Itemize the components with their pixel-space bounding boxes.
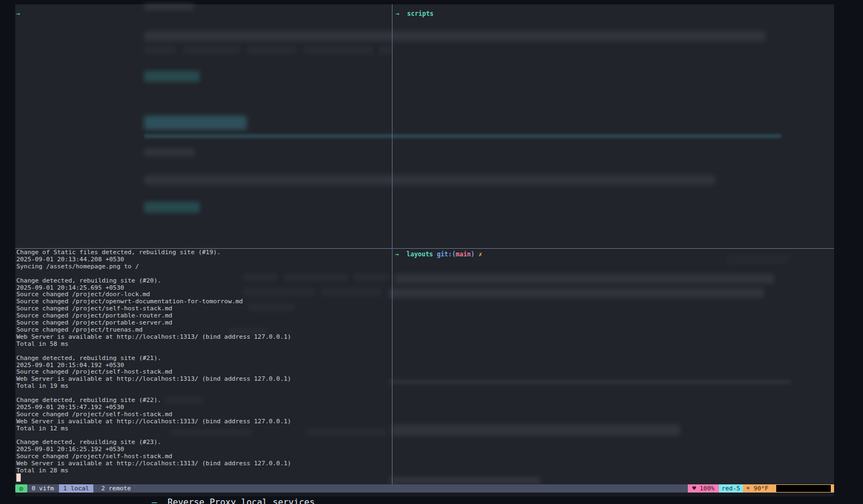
window-tab-local[interactable]: 1 local	[59, 484, 94, 493]
terminal-bottom-edge	[15, 493, 834, 496]
weather-badge: ☀ 90°F	[743, 484, 834, 493]
shell-prompt: → layouts git:(main) ✗	[395, 250, 482, 258]
prompt-arrow-icon: →	[396, 10, 400, 17]
pane-layouts-shell[interactable]: → layouts git:(main) ✗	[392, 249, 834, 484]
shell-prompt: →	[16, 10, 20, 17]
tmux-status-bar: ◎ 0 vifm 1 local 2 remote ♥ 100% red-5 ☀…	[15, 484, 834, 493]
prompt-directory: scripts	[407, 10, 433, 17]
build-log-output: Change of Static files detected, rebuild…	[16, 249, 291, 475]
git-prefix: git:(	[437, 250, 456, 258]
window-tab-vifm[interactable]: 0 vifm	[29, 484, 56, 493]
pane-build-log[interactable]: Change of Static files detected, rebuild…	[15, 249, 392, 484]
redacted-clock-box	[776, 485, 831, 492]
session-badge-icon: ◎	[15, 484, 27, 493]
weather-label: ☀ 90°F	[746, 485, 769, 492]
battery-badge: ♥ 100%	[688, 484, 719, 493]
git-branch: main	[456, 250, 471, 258]
prompt-directory: layouts	[407, 250, 433, 258]
prompt-arrow-icon: →	[395, 250, 399, 258]
desktop-background: { "terminal": { "panes": { "top_left": {…	[0, 0, 863, 504]
pane-markdown-preview[interactable]: →	[15, 4, 392, 248]
status-bar-right: ♥ 100% red-5 ☀ 90°F	[688, 484, 834, 493]
window-tab-remote[interactable]: 2 remote	[99, 484, 133, 493]
git-dirty-icon: ✗	[478, 250, 482, 258]
pane-scripts-shell[interactable]: → scripts	[392, 4, 834, 248]
terminal-cursor	[16, 473, 21, 482]
shell-prompt: → scripts	[396, 10, 433, 17]
hostname-badge: red-5	[719, 484, 743, 493]
prompt-arrow-icon: →	[16, 10, 20, 17]
